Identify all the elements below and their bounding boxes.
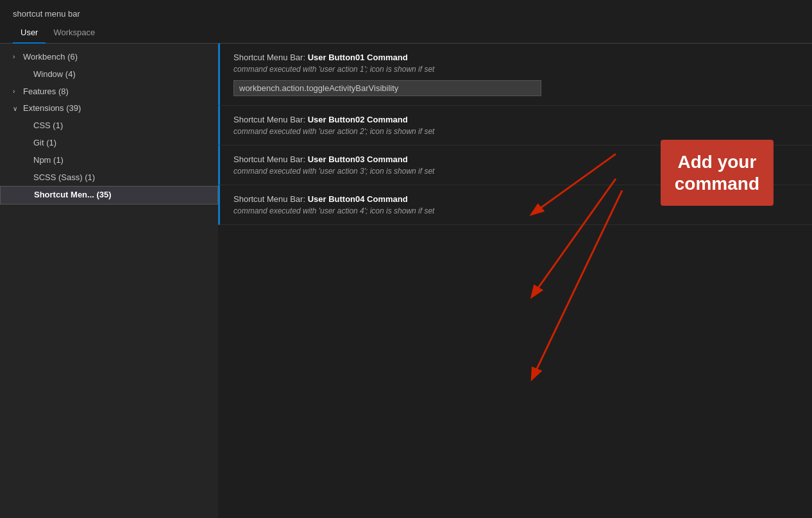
sidebar-item-shortcut-menu[interactable]: Shortcut Men... (35) (0, 186, 218, 205)
setting-description-btn03: command executed with 'user action 3'; i… (233, 167, 797, 176)
setting-entry-btn02: Shortcut Menu Bar: User Button02 Command… (218, 106, 812, 146)
page-title: shortcut menu bar (0, 0, 812, 24)
sidebar-item-features[interactable]: › Features (8) (0, 83, 218, 101)
sidebar-item-scss[interactable]: SCSS (Sass) (1) (0, 169, 218, 187)
sidebar-item-extensions[interactable]: ∨ Extensions (39) (0, 100, 218, 117)
setting-description-btn04: command executed with 'user action 4'; i… (233, 206, 797, 215)
sidebar-item-css[interactable]: CSS (1) (0, 117, 218, 135)
setting-label-btn01: Shortcut Menu Bar: User Button01 Command (233, 53, 797, 62)
chevron-down-icon: ∨ (13, 104, 21, 114)
sidebar: › Workbench (6) Window (4) › Features (8… (0, 44, 218, 518)
setting-input-row-btn01 (233, 80, 797, 96)
tab-workspace[interactable]: Workspace (46, 24, 103, 44)
sidebar-item-npm[interactable]: Npm (1) (0, 152, 218, 169)
setting-description-btn01: command executed with 'user action 1'; i… (233, 65, 797, 74)
setting-label-btn02: Shortcut Menu Bar: User Button02 Command (233, 115, 797, 124)
sidebar-item-git[interactable]: Git (1) (0, 135, 218, 152)
chevron-icon: › (13, 52, 21, 62)
main-content: › Workbench (6) Window (4) › Features (8… (0, 44, 812, 518)
setting-entry-btn01: Shortcut Menu Bar: User Button01 Command… (218, 44, 812, 106)
setting-entry-btn04: Shortcut Menu Bar: User Button04 Command… (218, 185, 812, 225)
tab-user[interactable]: User (13, 24, 46, 44)
setting-label-btn04: Shortcut Menu Bar: User Button04 Command (233, 194, 797, 204)
tabs-bar: User Workspace (0, 24, 812, 44)
setting-description-btn02: command executed with 'user action 2'; i… (233, 127, 797, 136)
sidebar-item-workbench[interactable]: › Workbench (6) (0, 49, 218, 66)
settings-panel: Add your command Shortcut Menu Bar: User… (218, 44, 812, 518)
setting-label-btn03: Shortcut Menu Bar: User Button03 Command (233, 155, 797, 164)
chevron-icon: › (13, 87, 21, 97)
sidebar-item-window[interactable]: Window (4) (0, 66, 218, 83)
setting-entry-btn03: Shortcut Menu Bar: User Button03 Command… (218, 146, 812, 185)
setting-input-btn01[interactable] (233, 80, 541, 96)
